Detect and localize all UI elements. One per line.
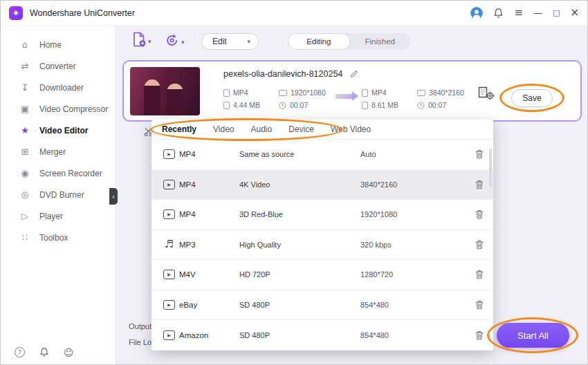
source-resolution: 1920*1080 bbox=[279, 88, 326, 97]
format-quality: 854*480 bbox=[360, 331, 475, 339]
format-description: 3D Red-Blue bbox=[239, 210, 360, 218]
tab-editing[interactable]: Editing bbox=[288, 33, 350, 50]
help-icon[interactable]: ? bbox=[15, 347, 25, 357]
delete-icon[interactable] bbox=[475, 149, 484, 159]
format-quality: 320 kbps bbox=[360, 241, 475, 249]
delete-icon[interactable] bbox=[475, 180, 484, 189]
sidebar-item-screen-recorder[interactable]: ◉ Screen Recorder bbox=[1, 162, 115, 184]
main-area: ▾ ▾ Edit ▾ Editing Finished pexels-olia-… bbox=[115, 26, 587, 364]
edit-dropdown[interactable]: Edit ▾ bbox=[201, 33, 259, 50]
sidebar-item-toolbox[interactable]: ∷ Toolbox bbox=[1, 227, 115, 248]
sidebar-item-label: Screen Recorder bbox=[39, 169, 102, 178]
sidebar-item-video-editor[interactable]: ★ Video Editor bbox=[1, 120, 115, 141]
format-name: eBay bbox=[179, 301, 239, 309]
sidebar-item-home[interactable]: ⌂ Home bbox=[1, 34, 115, 55]
rename-pencil-icon[interactable] bbox=[350, 70, 358, 78]
menu-icon[interactable]: ≡ bbox=[514, 8, 523, 18]
format-row[interactable]: ▶ MP4 3D Red-Blue 1920*1080 bbox=[151, 200, 493, 230]
delete-icon[interactable] bbox=[475, 300, 484, 310]
format-row[interactable]: ▶ Amazon SD 480P 854*480 bbox=[151, 320, 493, 350]
sidebar-item-downloader[interactable]: ↧ Downloader bbox=[1, 77, 115, 98]
compressor-icon: ▣ bbox=[19, 104, 30, 113]
tab-video[interactable]: Video bbox=[213, 124, 234, 134]
app-logo-icon: ◆ bbox=[9, 6, 23, 20]
format-row[interactable]: ▶ eBay SD 480P 854*480 bbox=[151, 290, 493, 321]
source-size-value: 4.44 MB bbox=[233, 101, 260, 109]
sidebar-item-video-compressor[interactable]: ▣ Video Compressor bbox=[1, 98, 115, 120]
sidebar-item-label: DVD Burner bbox=[39, 190, 84, 200]
convert-preset-button[interactable]: ▾ bbox=[165, 33, 185, 48]
tab-finished[interactable]: Finished bbox=[350, 33, 411, 50]
chevron-down-icon: ▾ bbox=[148, 39, 151, 47]
convert-icon bbox=[165, 33, 179, 48]
target-resolution-value: 3840*2160 bbox=[429, 88, 464, 97]
sidebar-item-label: Toolbox bbox=[39, 233, 68, 243]
format-row[interactable]: ▶ M4V HD 720P 1280*720 bbox=[151, 260, 493, 290]
sidebar-item-label: Merger bbox=[39, 147, 66, 157]
format-quality: Auto bbox=[360, 150, 475, 158]
sidebar-item-dvd-burner[interactable]: ◎ DVD Burner bbox=[1, 184, 115, 205]
sidebar-item-label: Video Compressor bbox=[39, 104, 108, 114]
delete-icon[interactable] bbox=[475, 209, 484, 219]
format-panel: Recently Video Audio Device Web Video ▶ … bbox=[151, 120, 493, 350]
user-avatar[interactable] bbox=[470, 7, 483, 19]
sidebar-item-player[interactable]: ▷ Player bbox=[1, 205, 115, 227]
video-thumbnail bbox=[130, 67, 200, 115]
downloader-icon: ↧ bbox=[19, 83, 30, 92]
sidebar-collapse-handle[interactable]: ‹ bbox=[109, 188, 118, 205]
file-size-icon bbox=[223, 102, 230, 109]
format-quality: 3840*2160 bbox=[360, 180, 475, 189]
editing-finished-toggle: Editing Finished bbox=[288, 33, 410, 50]
close-icon[interactable]: × bbox=[570, 8, 579, 18]
converter-icon: ⇄ bbox=[19, 62, 30, 71]
maximize-icon[interactable]: □ bbox=[553, 9, 560, 17]
target-duration-value: 00:07 bbox=[428, 101, 446, 109]
tab-device[interactable]: Device bbox=[288, 124, 314, 134]
delete-icon[interactable] bbox=[475, 330, 484, 340]
target-size: 8.61 MB bbox=[362, 101, 398, 109]
sidebar-item-converter[interactable]: ⇄ Converter bbox=[1, 55, 115, 77]
format-quality: 1920*1080 bbox=[360, 210, 475, 218]
app-window: ◆ Wondershare UniConverter ≡ — □ × ⌂ Hom… bbox=[0, 0, 588, 365]
bell-icon[interactable] bbox=[39, 347, 49, 357]
app-title: Wondershare UniConverter bbox=[30, 8, 135, 18]
tab-web-video[interactable]: Web Video bbox=[331, 124, 371, 134]
sidebar-footer: ? ☺ bbox=[15, 347, 74, 357]
save-button[interactable]: Save bbox=[511, 89, 553, 107]
delete-icon[interactable] bbox=[475, 240, 484, 250]
format-description: HD 720P bbox=[239, 270, 360, 279]
file-format-icon bbox=[362, 89, 368, 97]
video-format-icon: ▶ bbox=[163, 209, 175, 219]
tab-recently[interactable]: Recently bbox=[162, 124, 196, 134]
minimize-icon[interactable]: — bbox=[533, 8, 542, 17]
format-row-selected[interactable]: ▶ MP4 4K Video 3840*2160 bbox=[151, 170, 493, 200]
source-size: 4.44 MB bbox=[223, 101, 260, 109]
notification-icon[interactable] bbox=[493, 8, 504, 19]
target-size-value: 8.61 MB bbox=[371, 101, 398, 109]
sidebar-item-label: Downloader bbox=[39, 83, 84, 93]
output-settings-icon[interactable] bbox=[478, 86, 495, 103]
sidebar-item-merger[interactable]: ⊞ Merger bbox=[1, 141, 115, 162]
monitor-icon bbox=[417, 90, 425, 96]
add-file-button[interactable]: ▾ bbox=[133, 32, 151, 47]
monitor-icon bbox=[279, 90, 287, 96]
file-title-row: pexels-olia-danilevich-8120254 bbox=[223, 69, 358, 79]
source-duration: 00:07 bbox=[279, 101, 308, 109]
feedback-smiley-icon[interactable]: ☺ bbox=[64, 348, 74, 357]
video-format-icon: ▶ bbox=[163, 330, 175, 340]
source-duration-value: 00:07 bbox=[290, 101, 308, 109]
target-resolution: 3840*2160 bbox=[417, 88, 464, 97]
source-format-value: MP4 bbox=[233, 88, 248, 97]
tab-audio[interactable]: Audio bbox=[251, 124, 273, 134]
format-name: MP4 bbox=[179, 210, 239, 218]
delete-icon[interactable] bbox=[475, 270, 484, 279]
player-icon: ▷ bbox=[19, 212, 30, 221]
toolbox-icon: ∷ bbox=[19, 233, 30, 242]
format-row[interactable]: ♬ MP3 High Quality 320 kbps bbox=[151, 230, 493, 261]
start-all-button[interactable]: Start All bbox=[497, 323, 569, 348]
format-row[interactable]: ▶ MP4 Same as source Auto bbox=[151, 140, 493, 170]
panel-scrollbar[interactable] bbox=[489, 149, 492, 187]
format-name: Amazon bbox=[179, 331, 239, 339]
format-description: SD 480P bbox=[239, 331, 360, 339]
file-card: pexels-olia-danilevich-8120254 MP4 1920*… bbox=[122, 60, 582, 122]
